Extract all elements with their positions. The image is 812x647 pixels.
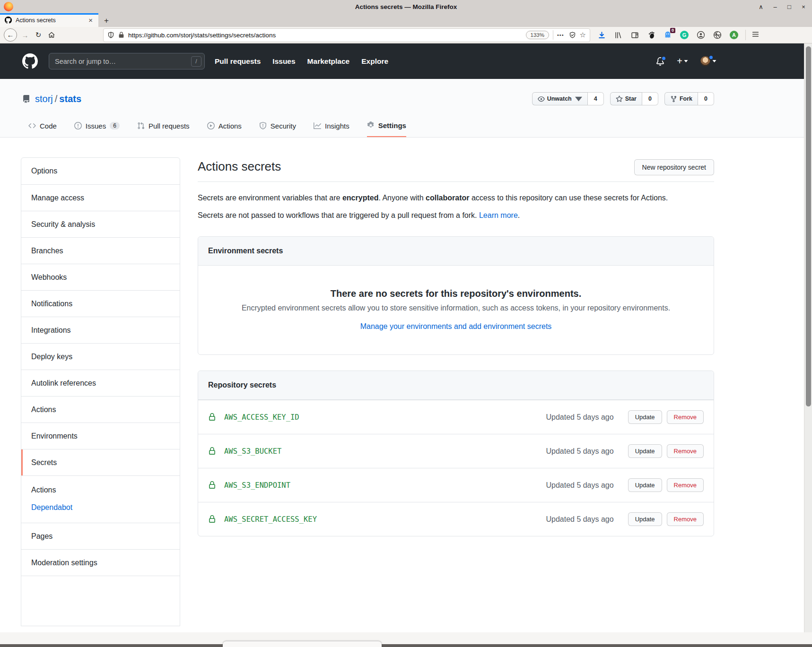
tab-actions[interactable]: Actions: [207, 114, 242, 137]
window-bottom-strip: [0, 632, 812, 644]
create-new-button[interactable]: +: [677, 56, 688, 67]
nav-pull-requests[interactable]: Pull requests: [215, 57, 261, 66]
sidebar-item-branches[interactable]: Branches: [21, 237, 180, 264]
url-bar[interactable]: https://github.com/storj/stats/settings/…: [103, 28, 590, 42]
global-search[interactable]: /: [49, 53, 205, 69]
ghost-extension-icon[interactable]: 0: [663, 30, 672, 40]
sidebar-item-webhooks[interactable]: Webhooks: [21, 264, 180, 290]
notifications-bell[interactable]: [656, 57, 664, 66]
tab-issues[interactable]: Issues6: [74, 114, 120, 137]
update-button[interactable]: Update: [628, 478, 662, 492]
privacy-pinwheel-icon[interactable]: [713, 30, 722, 40]
sidebar-item-deploy-keys[interactable]: Deploy keys: [21, 343, 180, 370]
home-button[interactable]: [45, 31, 58, 39]
new-tab-button[interactable]: +: [98, 15, 114, 27]
browser-toolbar: ← → ↻ https://github.com/storj/stats/set…: [0, 27, 812, 43]
tab-close-icon[interactable]: ×: [87, 16, 95, 24]
page-actions-icon[interactable]: •••: [557, 32, 564, 38]
sidebar-item-moderation-settings[interactable]: Moderation settings: [21, 549, 180, 576]
breadcrumb-separator: /: [53, 94, 60, 104]
tab-code[interactable]: Code: [28, 114, 57, 137]
update-button[interactable]: Update: [628, 444, 662, 458]
sidebar-item-autolink-references[interactable]: Autolink references: [21, 370, 180, 396]
fork-button[interactable]: Fork: [664, 92, 698, 105]
nav-marketplace[interactable]: Marketplace: [307, 57, 350, 66]
remove-button[interactable]: Remove: [667, 512, 704, 526]
page-scrollbar[interactable]: [804, 43, 812, 632]
avatar-notification-dot: [708, 55, 714, 60]
window-maximize-button[interactable]: □: [786, 3, 793, 10]
sidebar-item-notifications[interactable]: Notifications: [21, 290, 180, 317]
shield-check-icon[interactable]: [569, 32, 576, 39]
sidebar-item-manage-access[interactable]: Manage access: [21, 184, 180, 211]
tab-settings[interactable]: Settings: [367, 114, 406, 137]
window-menu-button[interactable]: ∧: [757, 3, 765, 10]
star-count[interactable]: 0: [642, 92, 658, 105]
secrets-subnav: Actions Dependabot: [21, 475, 180, 523]
tab-title: Actions secrets: [16, 17, 87, 24]
sidebar-item-integrations[interactable]: Integrations: [21, 317, 180, 343]
library-icon[interactable]: [613, 30, 623, 40]
secret-name: AWS_SECRET_ACCESS_KEY: [224, 515, 317, 524]
repo-name-link[interactable]: stats: [59, 94, 81, 104]
update-button[interactable]: Update: [628, 512, 662, 526]
taskbar-edge: [0, 644, 812, 647]
nav-explore[interactable]: Explore: [361, 57, 388, 66]
browser-tab-active[interactable]: Actions secrets ×: [0, 13, 98, 27]
sidebar-item-options[interactable]: Options: [21, 158, 180, 184]
sidebar-icon[interactable]: [630, 30, 639, 40]
notification-dot: [661, 56, 666, 61]
sidebar-item-security-analysis[interactable]: Security & analysis: [21, 211, 180, 237]
https-lock-icon[interactable]: [118, 32, 124, 38]
learn-more-link[interactable]: Learn more: [479, 211, 518, 219]
tab-pull-requests[interactable]: Pull requests: [137, 114, 190, 137]
fork-count[interactable]: 0: [698, 92, 714, 105]
manage-environments-link[interactable]: Manage your environments and add environ…: [360, 322, 552, 331]
watch-count[interactable]: 4: [588, 92, 604, 105]
github-logo-icon[interactable]: [22, 53, 38, 69]
subnav-dependabot[interactable]: Dependabot: [31, 503, 170, 512]
nav-issues[interactable]: Issues: [272, 57, 295, 66]
sidebar-item-pages[interactable]: Pages: [21, 523, 180, 549]
search-input[interactable]: [55, 58, 191, 65]
window-minimize-button[interactable]: –: [771, 3, 779, 10]
forward-button[interactable]: →: [19, 31, 31, 39]
remove-button[interactable]: Remove: [667, 444, 704, 458]
sidebar-item-secrets[interactable]: Secrets: [21, 449, 180, 475]
active-tab-accent: [0, 13, 98, 15]
home-icon: [48, 31, 55, 39]
scrollbar-thumb[interactable]: [806, 46, 811, 406]
repo-icon: [22, 95, 30, 103]
adguard-icon[interactable]: A: [729, 30, 739, 40]
environment-secrets-empty-state: There are no secrets for this repository…: [198, 266, 714, 354]
menu-icon[interactable]: [751, 30, 760, 40]
downloads-icon[interactable]: [597, 30, 606, 40]
user-menu[interactable]: [700, 56, 716, 66]
tracking-shield-icon[interactable]: [107, 32, 114, 39]
account-icon[interactable]: [696, 30, 706, 40]
bookmark-star-icon[interactable]: ☆: [580, 31, 586, 39]
subnav-actions[interactable]: Actions: [31, 486, 170, 494]
update-button[interactable]: Update: [628, 410, 662, 424]
remove-button[interactable]: Remove: [667, 478, 704, 492]
secret-updated: Updated 5 days ago: [546, 447, 613, 456]
dock-peek-tab[interactable]: [223, 641, 382, 647]
grammarly-icon[interactable]: G: [680, 30, 689, 40]
repo-owner-link[interactable]: storj: [35, 94, 53, 104]
reload-button[interactable]: ↻: [32, 31, 44, 39]
repo-header: storj/stats Unwatch 4 Star 0: [0, 79, 812, 138]
sidebar-item-actions[interactable]: Actions: [21, 396, 180, 423]
zoom-level-indicator[interactable]: 133%: [526, 31, 549, 39]
star-group: Star 0: [610, 92, 658, 105]
search-key-hint: /: [191, 56, 201, 67]
window-close-button[interactable]: ×: [800, 3, 807, 10]
star-button[interactable]: Star: [610, 92, 642, 105]
remove-button[interactable]: Remove: [667, 410, 704, 424]
unwatch-button[interactable]: Unwatch: [532, 92, 588, 105]
tab-insights[interactable]: Insights: [314, 114, 349, 137]
back-button[interactable]: ←: [4, 28, 17, 42]
new-repository-secret-button[interactable]: New repository secret: [634, 159, 714, 175]
url-text[interactable]: https://github.com/storj/stats/settings/…: [128, 32, 526, 39]
tab-security[interactable]: Security: [259, 114, 296, 137]
sidebar-item-environments[interactable]: Environments: [21, 423, 180, 449]
